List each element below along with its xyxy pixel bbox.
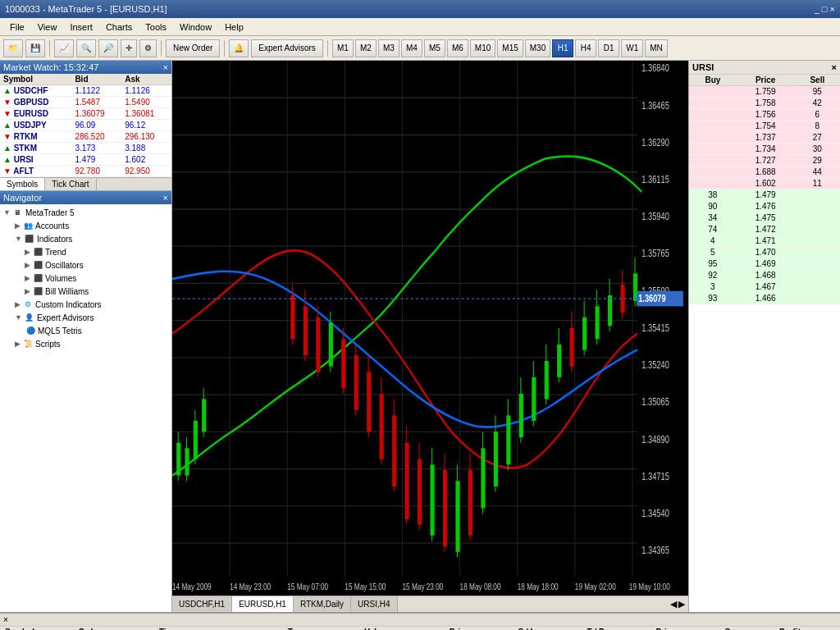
close-btn[interactable]: × bbox=[830, 4, 835, 14]
timeframe-buttons: M1M2M3M4M5M6M10M15M30H1H4D1W1MN bbox=[332, 39, 668, 57]
ursi-table-body: 1.759 95 1.758 42 1.756 6 1.754 8 1.737 … bbox=[689, 86, 840, 304]
mw-ask: 1.602 bbox=[121, 154, 171, 166]
ursi-row: 95 1.469 bbox=[689, 258, 840, 270]
scripts-icon: 📜 bbox=[22, 338, 34, 349]
nav-expert-advisors[interactable]: ▼ 👤 Expert Advisors bbox=[2, 311, 170, 324]
navigator-title: Navigator bbox=[3, 193, 42, 203]
mw-tab-tick-chart[interactable]: Tick Chart bbox=[45, 178, 96, 190]
center-area: 1.36840 1.36465 1.36290 1.36115 1.35940 … bbox=[172, 61, 840, 612]
tf-btn-m10[interactable]: M10 bbox=[470, 39, 495, 57]
menu-tools[interactable]: Tools bbox=[139, 21, 173, 34]
ursi-buy: 74 bbox=[689, 224, 737, 235]
ursi-price: 1.472 bbox=[737, 224, 795, 235]
ursi-buy: 95 bbox=[689, 258, 737, 270]
navigator-header: Navigator × bbox=[0, 191, 171, 204]
tf-btn-w1[interactable]: W1 bbox=[621, 39, 643, 57]
new-order-button[interactable]: New Order bbox=[166, 39, 220, 57]
menu-help[interactable]: Help bbox=[218, 21, 250, 34]
mw-tab-symbols[interactable]: Symbols bbox=[0, 178, 45, 190]
toolbar-chart[interactable]: 📈 bbox=[54, 39, 74, 57]
ursi-col-sell: Sell bbox=[795, 75, 840, 86]
bottom-close-btn[interactable]: × bbox=[3, 615, 8, 624]
window-controls: _ □ × bbox=[815, 4, 835, 14]
market-watch-row[interactable]: ▼ RTKM 286.520 296.130 bbox=[0, 131, 171, 143]
nav-label: MQL5 Tetris bbox=[38, 326, 82, 336]
title-bar: 1000033 - MetaTrader 5 - [EURUSD,H1] _ □… bbox=[0, 0, 840, 18]
toolbar-save[interactable]: 💾 bbox=[25, 39, 45, 57]
chart-tab-rtkm[interactable]: RTKM,Daily bbox=[294, 596, 351, 612]
chart-prev-arrow[interactable]: ◀ bbox=[670, 599, 677, 609]
tf-btn-h1[interactable]: H1 bbox=[552, 39, 573, 57]
expert-advisors-button[interactable]: Expert Advisors bbox=[251, 39, 322, 57]
minimize-btn[interactable]: _ bbox=[815, 4, 819, 14]
svg-text:1.36290: 1.36290 bbox=[641, 137, 669, 148]
ursi-sell: 11 bbox=[795, 178, 840, 189]
ursi-sell: 42 bbox=[795, 98, 840, 109]
nav-metatrader5[interactable]: ▼ 🖥 MetaTrader 5 bbox=[2, 206, 170, 219]
menu-file[interactable]: File bbox=[3, 21, 31, 34]
nav-label: Trend bbox=[45, 248, 66, 257]
main-area: Market Watch: 15:32:47 × Symbol Bid Ask … bbox=[0, 61, 840, 612]
ursi-row: 1.734 30 bbox=[689, 144, 840, 155]
nav-scripts[interactable]: ▶ 📜 Scripts bbox=[2, 337, 170, 350]
ursi-price: 1.475 bbox=[737, 212, 795, 224]
tf-btn-m5[interactable]: M5 bbox=[424, 39, 445, 57]
chart-canvas[interactable]: 1.36840 1.36465 1.36290 1.36115 1.35940 … bbox=[172, 61, 688, 596]
market-watch-close[interactable]: × bbox=[163, 62, 168, 72]
mql5-icon: 🔵 bbox=[25, 325, 36, 336]
nav-indicators[interactable]: ▼ ⬛ Indicators bbox=[2, 232, 170, 245]
ursi-row: 93 1.466 bbox=[689, 293, 840, 304]
chart-tab-ursi[interactable]: URSI,H4 bbox=[351, 596, 397, 612]
tf-btn-mn[interactable]: MN bbox=[645, 39, 668, 57]
tf-btn-m2[interactable]: M2 bbox=[355, 39, 377, 57]
tf-btn-m4[interactable]: M4 bbox=[401, 39, 422, 57]
toolbar-crosshair[interactable]: ✛ bbox=[121, 39, 137, 57]
tf-btn-m6[interactable]: M6 bbox=[447, 39, 468, 57]
market-watch-row[interactable]: ▼ EURUSD 1.36079 1.36081 bbox=[0, 108, 171, 120]
market-watch-row[interactable]: ▼ AFLT 92.780 92.950 bbox=[0, 166, 171, 177]
nav-bill-williams[interactable]: ▶ ⬛ Bill Williams bbox=[2, 285, 170, 298]
nav-volumes[interactable]: ▶ ⬛ Volumes bbox=[2, 272, 170, 285]
menu-charts[interactable]: Charts bbox=[99, 21, 139, 34]
mw-ask: 296.130 bbox=[121, 131, 171, 143]
nav-custom-indicators[interactable]: ▶ ⚙ Custom Indicators bbox=[2, 298, 170, 311]
toolbar-zoom-out[interactable]: 🔎 bbox=[98, 39, 118, 57]
tf-btn-m15[interactable]: M15 bbox=[497, 39, 523, 57]
tf-btn-m3[interactable]: M3 bbox=[378, 39, 399, 57]
toolbar-alert[interactable]: 🔔 bbox=[229, 39, 249, 57]
market-watch-row[interactable]: ▼ GBPUSD 1.5487 1.5490 bbox=[0, 97, 171, 108]
nav-oscillators[interactable]: ▶ ⬛ Oscillators bbox=[2, 258, 170, 272]
menu-window[interactable]: Window bbox=[173, 21, 218, 34]
nav-trend[interactable]: ▶ ⬛ Trend bbox=[2, 245, 170, 258]
market-watch-row[interactable]: ▲ URSI 1.479 1.602 bbox=[0, 154, 171, 166]
ursi-price: 1.470 bbox=[737, 247, 795, 258]
ursi-close[interactable]: × bbox=[832, 62, 837, 72]
chart-tab-usdchf[interactable]: USDCHF,H1 bbox=[172, 596, 232, 612]
market-watch-row[interactable]: ▲ USDCHF 1.1122 1.1126 bbox=[0, 85, 171, 97]
market-watch-row[interactable]: ▲ STKM 3.173 3.188 bbox=[0, 143, 171, 154]
ursi-row: 3 1.467 bbox=[689, 281, 840, 293]
market-watch-header: Market Watch: 15:32:47 × bbox=[0, 61, 171, 74]
toolbar-open[interactable]: 📁 bbox=[3, 39, 23, 57]
mw-bid: 1.5487 bbox=[71, 97, 121, 108]
menu-insert[interactable]: Insert bbox=[63, 21, 99, 34]
nav-accounts[interactable]: ▶ 👥 Accounts bbox=[2, 219, 170, 232]
svg-text:1.34365: 1.34365 bbox=[641, 545, 669, 555]
chart-next-arrow[interactable]: ▶ bbox=[678, 599, 685, 609]
tf-btn-d1[interactable]: D1 bbox=[598, 39, 619, 57]
navigator-close[interactable]: × bbox=[163, 193, 168, 203]
expander-icon: ▶ bbox=[15, 300, 21, 308]
restore-btn[interactable]: □ bbox=[822, 4, 828, 14]
ursi-row: 1.759 95 bbox=[689, 86, 840, 98]
tf-btn-m30[interactable]: M30 bbox=[525, 39, 550, 57]
market-watch-row[interactable]: ▲ USDJPY 96.09 96.12 bbox=[0, 120, 171, 131]
tf-btn-h4[interactable]: H4 bbox=[575, 39, 596, 57]
nav-label: Scripts bbox=[35, 340, 61, 349]
toolbar-zoom-in[interactable]: 🔍 bbox=[76, 39, 96, 57]
tf-btn-m1[interactable]: M1 bbox=[332, 39, 354, 57]
toolbar-properties[interactable]: ⚙ bbox=[139, 39, 157, 57]
chart-tab-eurusd[interactable]: EURUSD,H1 bbox=[232, 596, 294, 612]
nav-mql5-tetris[interactable]: 🔵 MQL5 Tetris bbox=[2, 324, 170, 337]
menu-view[interactable]: View bbox=[31, 21, 64, 34]
expert-icon: 👤 bbox=[24, 312, 35, 323]
